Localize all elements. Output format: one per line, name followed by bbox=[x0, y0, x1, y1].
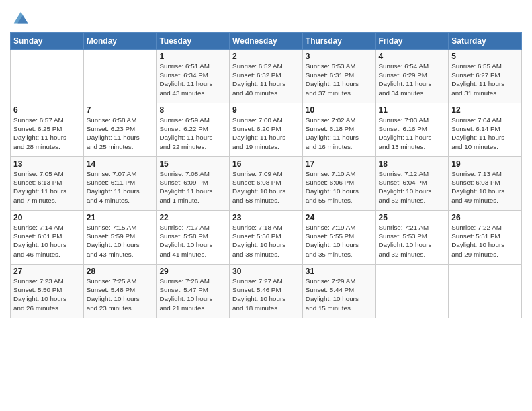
calendar-week-row: 6Sunrise: 6:57 AM Sunset: 6:25 PM Daylig… bbox=[11, 103, 522, 157]
day-info: Sunrise: 6:54 AM Sunset: 6:29 PM Dayligh… bbox=[379, 62, 446, 97]
day-number: 10 bbox=[306, 105, 373, 115]
calendar-cell: 11Sunrise: 7:03 AM Sunset: 6:16 PM Dayli… bbox=[375, 103, 449, 157]
day-info: Sunrise: 7:17 AM Sunset: 5:58 PM Dayligh… bbox=[159, 223, 226, 259]
day-info: Sunrise: 7:19 AM Sunset: 5:55 PM Dayligh… bbox=[306, 223, 373, 259]
day-info: Sunrise: 7:04 AM Sunset: 6:14 PM Dayligh… bbox=[451, 116, 519, 151]
day-info: Sunrise: 7:26 AM Sunset: 5:47 PM Dayligh… bbox=[159, 277, 226, 312]
day-number: 8 bbox=[159, 105, 226, 115]
day-number: 3 bbox=[306, 52, 373, 61]
day-number: 27 bbox=[13, 267, 81, 276]
day-info: Sunrise: 7:12 AM Sunset: 6:04 PM Dayligh… bbox=[379, 169, 446, 205]
day-number: 7 bbox=[87, 105, 154, 115]
day-number: 26 bbox=[451, 213, 519, 222]
calendar-cell bbox=[83, 50, 157, 103]
calendar-cell: 17Sunrise: 7:10 AM Sunset: 6:06 PM Dayli… bbox=[302, 157, 375, 211]
day-info: Sunrise: 6:59 AM Sunset: 6:22 PM Dayligh… bbox=[159, 116, 226, 151]
day-info: Sunrise: 7:03 AM Sunset: 6:16 PM Dayligh… bbox=[379, 116, 446, 151]
day-number: 16 bbox=[232, 159, 300, 169]
day-number: 9 bbox=[232, 105, 300, 115]
calendar-cell: 30Sunrise: 7:27 AM Sunset: 5:46 PM Dayli… bbox=[230, 265, 303, 318]
day-number: 2 bbox=[232, 52, 300, 61]
day-number: 21 bbox=[87, 213, 154, 222]
calendar-cell: 1Sunrise: 6:51 AM Sunset: 6:34 PM Daylig… bbox=[157, 50, 230, 103]
calendar-cell: 2Sunrise: 6:52 AM Sunset: 6:32 PM Daylig… bbox=[230, 50, 303, 103]
calendar-week-row: 20Sunrise: 7:14 AM Sunset: 6:01 PM Dayli… bbox=[11, 211, 522, 265]
calendar-cell: 9Sunrise: 7:00 AM Sunset: 6:20 PM Daylig… bbox=[230, 103, 303, 157]
day-info: Sunrise: 7:15 AM Sunset: 5:59 PM Dayligh… bbox=[87, 223, 154, 259]
calendar-cell: 26Sunrise: 7:22 AM Sunset: 5:51 PM Dayli… bbox=[449, 211, 522, 265]
calendar-cell: 19Sunrise: 7:13 AM Sunset: 6:03 PM Dayli… bbox=[449, 157, 522, 211]
day-number: 28 bbox=[87, 267, 154, 276]
day-info: Sunrise: 7:13 AM Sunset: 6:03 PM Dayligh… bbox=[451, 169, 519, 205]
calendar-cell: 22Sunrise: 7:17 AM Sunset: 5:58 PM Dayli… bbox=[157, 211, 230, 265]
day-number: 25 bbox=[379, 213, 446, 222]
calendar-week-row: 27Sunrise: 7:23 AM Sunset: 5:50 PM Dayli… bbox=[11, 265, 522, 318]
calendar-cell: 10Sunrise: 7:02 AM Sunset: 6:18 PM Dayli… bbox=[302, 103, 375, 157]
header-day: Tuesday bbox=[157, 33, 230, 50]
day-number: 29 bbox=[159, 267, 226, 276]
header-day: Monday bbox=[83, 33, 157, 50]
calendar-cell: 23Sunrise: 7:18 AM Sunset: 5:56 PM Dayli… bbox=[230, 211, 303, 265]
day-number: 5 bbox=[451, 52, 519, 61]
calendar-cell bbox=[375, 265, 449, 318]
day-info: Sunrise: 7:18 AM Sunset: 5:56 PM Dayligh… bbox=[232, 223, 300, 259]
day-info: Sunrise: 7:07 AM Sunset: 6:11 PM Dayligh… bbox=[87, 169, 154, 205]
calendar-table: SundayMondayTuesdayWednesdayThursdayFrid… bbox=[10, 32, 522, 318]
calendar-cell: 16Sunrise: 7:09 AM Sunset: 6:08 PM Dayli… bbox=[230, 157, 303, 211]
header-day: Saturday bbox=[449, 33, 522, 50]
calendar-cell: 27Sunrise: 7:23 AM Sunset: 5:50 PM Dayli… bbox=[11, 265, 84, 318]
day-info: Sunrise: 7:09 AM Sunset: 6:08 PM Dayligh… bbox=[232, 169, 300, 205]
day-number: 4 bbox=[379, 52, 446, 61]
day-info: Sunrise: 7:08 AM Sunset: 6:09 PM Dayligh… bbox=[159, 169, 226, 205]
day-number: 19 bbox=[451, 159, 519, 169]
day-number: 31 bbox=[306, 267, 373, 276]
day-number: 6 bbox=[13, 105, 81, 115]
calendar-cell: 18Sunrise: 7:12 AM Sunset: 6:04 PM Dayli… bbox=[375, 157, 449, 211]
calendar-cell: 7Sunrise: 6:58 AM Sunset: 6:23 PM Daylig… bbox=[83, 103, 157, 157]
calendar-week-row: 13Sunrise: 7:05 AM Sunset: 6:13 PM Dayli… bbox=[11, 157, 522, 211]
header-row: SundayMondayTuesdayWednesdayThursdayFrid… bbox=[11, 33, 522, 50]
calendar-cell: 24Sunrise: 7:19 AM Sunset: 5:55 PM Dayli… bbox=[302, 211, 375, 265]
day-info: Sunrise: 6:55 AM Sunset: 6:27 PM Dayligh… bbox=[451, 62, 519, 97]
header-day: Wednesday bbox=[230, 33, 303, 50]
calendar-cell: 21Sunrise: 7:15 AM Sunset: 5:59 PM Dayli… bbox=[83, 211, 157, 265]
day-info: Sunrise: 6:51 AM Sunset: 6:34 PM Dayligh… bbox=[159, 62, 226, 97]
calendar-cell: 12Sunrise: 7:04 AM Sunset: 6:14 PM Dayli… bbox=[449, 103, 522, 157]
calendar-cell bbox=[449, 265, 522, 318]
day-number: 13 bbox=[13, 159, 81, 169]
day-number: 12 bbox=[451, 105, 519, 115]
day-info: Sunrise: 6:52 AM Sunset: 6:32 PM Dayligh… bbox=[232, 62, 300, 97]
day-info: Sunrise: 7:02 AM Sunset: 6:18 PM Dayligh… bbox=[306, 116, 373, 151]
day-info: Sunrise: 7:05 AM Sunset: 6:13 PM Dayligh… bbox=[13, 169, 81, 205]
logo-icon bbox=[11, 9, 30, 28]
header-day: Friday bbox=[375, 33, 449, 50]
calendar-cell: 31Sunrise: 7:29 AM Sunset: 5:44 PM Dayli… bbox=[302, 265, 375, 318]
day-number: 11 bbox=[379, 105, 446, 115]
day-info: Sunrise: 7:29 AM Sunset: 5:44 PM Dayligh… bbox=[306, 277, 373, 312]
day-number: 23 bbox=[232, 213, 300, 222]
calendar-cell bbox=[11, 50, 84, 103]
calendar-cell: 3Sunrise: 6:53 AM Sunset: 6:31 PM Daylig… bbox=[302, 50, 375, 103]
logo bbox=[10, 9, 30, 28]
day-info: Sunrise: 7:22 AM Sunset: 5:51 PM Dayligh… bbox=[451, 223, 519, 259]
calendar-cell: 25Sunrise: 7:21 AM Sunset: 5:53 PM Dayli… bbox=[375, 211, 449, 265]
day-number: 14 bbox=[87, 159, 154, 169]
day-number: 18 bbox=[379, 159, 446, 169]
calendar-cell: 8Sunrise: 6:59 AM Sunset: 6:22 PM Daylig… bbox=[157, 103, 230, 157]
header-day: Thursday bbox=[302, 33, 375, 50]
calendar-cell: 5Sunrise: 6:55 AM Sunset: 6:27 PM Daylig… bbox=[449, 50, 522, 103]
day-number: 15 bbox=[159, 159, 226, 169]
day-info: Sunrise: 7:14 AM Sunset: 6:01 PM Dayligh… bbox=[13, 223, 81, 259]
calendar-week-row: 1Sunrise: 6:51 AM Sunset: 6:34 PM Daylig… bbox=[11, 50, 522, 103]
header-day: Sunday bbox=[11, 33, 84, 50]
day-number: 24 bbox=[306, 213, 373, 222]
day-number: 30 bbox=[232, 267, 300, 276]
calendar-cell: 6Sunrise: 6:57 AM Sunset: 6:25 PM Daylig… bbox=[11, 103, 84, 157]
calendar-cell: 29Sunrise: 7:26 AM Sunset: 5:47 PM Dayli… bbox=[157, 265, 230, 318]
day-info: Sunrise: 7:23 AM Sunset: 5:50 PM Dayligh… bbox=[13, 277, 81, 312]
page: SundayMondayTuesdayWednesdayThursdayFrid… bbox=[0, 0, 532, 325]
day-info: Sunrise: 7:10 AM Sunset: 6:06 PM Dayligh… bbox=[306, 169, 373, 205]
calendar-cell: 28Sunrise: 7:25 AM Sunset: 5:48 PM Dayli… bbox=[83, 265, 157, 318]
day-info: Sunrise: 6:53 AM Sunset: 6:31 PM Dayligh… bbox=[306, 62, 373, 97]
calendar-cell: 14Sunrise: 7:07 AM Sunset: 6:11 PM Dayli… bbox=[83, 157, 157, 211]
